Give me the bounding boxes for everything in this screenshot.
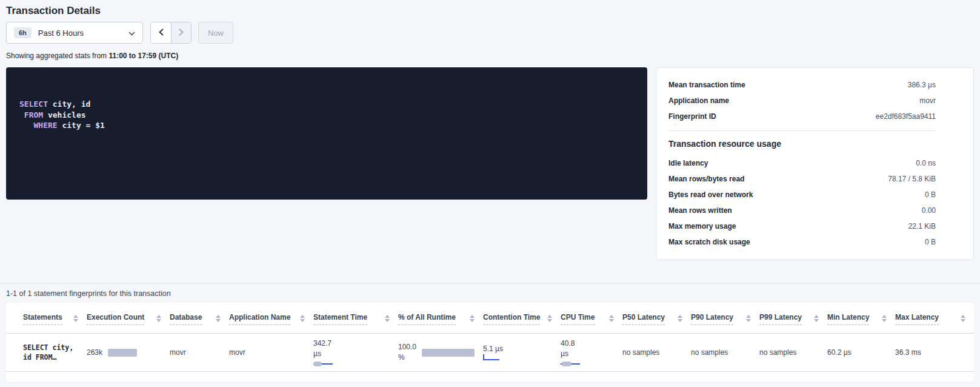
cell-max-latency: 36.3 ms (895, 334, 974, 372)
summary-row: Bytes read over network0 B (656, 187, 973, 203)
summary-row-value: 0.0 ns (916, 159, 936, 167)
pct-runtime-value: 100.0 (398, 342, 416, 352)
summary-row-label: Application name (668, 96, 729, 105)
sort-icon[interactable] (814, 315, 819, 322)
statements-table-header-row: StatementsExecution CountDatabaseApplica… (6, 303, 974, 334)
chevron-down-icon (128, 27, 135, 38)
next-time-button[interactable] (171, 22, 191, 43)
column-header-label: Max Latency (895, 313, 939, 325)
chevron-right-icon (179, 29, 184, 38)
column-header-label: Min Latency (827, 313, 869, 325)
sort-icon[interactable] (961, 315, 965, 322)
resource-rows: Idle latency0.0 nsMean rows/bytes read78… (656, 155, 973, 250)
column-header-label: Application Name (229, 313, 290, 325)
now-button[interactable]: Now (198, 22, 233, 44)
cell-execution-count: 263k (87, 334, 170, 372)
column-header-label: % of All Runtime (398, 313, 456, 325)
sort-icon[interactable] (547, 315, 552, 322)
time-range-badge: 6h (14, 27, 32, 38)
cpu-time-unit: µs (561, 349, 614, 359)
column-header-cpu-time[interactable]: CPU Time (561, 303, 622, 334)
cpu-time-bar (561, 362, 580, 366)
column-header-contention-time[interactable]: Contention Time (483, 303, 561, 334)
summary-row: Max scratch disk usage0 B (656, 234, 973, 250)
column-header-p99-latency[interactable]: P99 Latency (759, 303, 827, 334)
summary-row-value: ee2df683f5aa9411 (876, 112, 936, 121)
column-header-p90-latency[interactable]: P90 Latency (691, 303, 759, 334)
column-header-label: Contention Time (483, 313, 540, 325)
cell-p99-latency: no samples (759, 334, 827, 372)
summary-row-label: Bytes read over network (668, 190, 753, 199)
sort-icon[interactable] (73, 315, 78, 322)
contention-time-value: 5.1 µs (483, 345, 552, 353)
cell-p90-latency: no samples (691, 334, 759, 372)
summary-row-label: Max memory usage (668, 222, 736, 231)
sort-icon[interactable] (216, 315, 221, 322)
stats-caption-range: 11:00 to 17:59 (UTC) (108, 52, 178, 60)
sort-icon[interactable] (470, 315, 475, 322)
transaction-details-page: Transaction Details 6h Past 6 Hours (0, 0, 980, 387)
time-range-dropdown[interactable]: 6h Past 6 Hours (6, 22, 143, 44)
stats-caption-prefix: Showing aggregated stats from (6, 52, 107, 60)
pct-runtime-bar (422, 349, 475, 357)
sort-icon[interactable] (156, 315, 161, 322)
execution-count-bar (108, 349, 137, 357)
column-header-statements[interactable]: Statements (6, 303, 87, 334)
main-content: SELECT city, id FROM vehicles WHERE city… (6, 67, 974, 260)
summary-row-label: Idle latency (668, 159, 708, 167)
column-header-label: Execution Count (87, 313, 144, 325)
summary-row-label: Fingerprint ID (668, 112, 716, 121)
sort-icon[interactable] (882, 315, 887, 322)
chevron-left-icon (159, 29, 164, 38)
summary-row-value: 22.1 KiB (908, 222, 936, 231)
card-divider (668, 130, 936, 131)
section-divider (0, 283, 980, 283)
column-header-min-latency[interactable]: Min Latency (827, 303, 895, 334)
summary-row: Fingerprint IDee2df683f5aa9411 (656, 109, 973, 124)
aggregated-stats-caption: Showing aggregated stats from 11:00 to 1… (6, 52, 974, 60)
page-title: Transaction Details (6, 5, 974, 17)
summary-row-value: 386.3 µs (908, 81, 936, 89)
column-header-max-latency[interactable]: Max Latency (895, 303, 974, 334)
column-header-label: Statements (23, 313, 62, 325)
column-header-application-name[interactable]: Application Name (229, 303, 313, 334)
statements-table: StatementsExecution CountDatabaseApplica… (6, 303, 974, 372)
statement-time-bar (313, 362, 333, 366)
cpu-time-value: 40.8 (561, 338, 614, 349)
column-header-label: Statement Time (313, 313, 367, 325)
column-header-label: P90 Latency (691, 313, 733, 325)
column-header-database[interactable]: Database (170, 303, 229, 334)
resource-usage-heading: Transaction resource usage (656, 136, 973, 155)
cell-cpu-time: 40.8 µs (561, 334, 622, 372)
sort-icon[interactable] (609, 315, 614, 322)
column-header-statement-time[interactable]: Statement Time (313, 303, 398, 334)
summary-row-value: movr (919, 96, 936, 105)
time-nav-group (150, 22, 192, 44)
cell-application-name: movr (229, 334, 313, 372)
column-header-of-all-runtime[interactable]: % of All Runtime (398, 303, 483, 334)
summary-row-value: 78.17 / 5.8 KiB (888, 175, 936, 183)
sort-icon[interactable] (300, 315, 305, 322)
prev-time-button[interactable] (151, 22, 171, 43)
time-range-label: Past 6 Hours (38, 29, 128, 38)
statement-time-unit: µs (313, 349, 390, 359)
summary-row-value: 0 B (925, 190, 936, 199)
sort-icon[interactable] (678, 315, 682, 322)
column-header-label: P50 Latency (622, 313, 665, 325)
sql-statement-box: SELECT city, id FROM vehicles WHERE city… (6, 67, 647, 200)
summary-row: Mean rows/bytes read78.17 / 5.8 KiB (656, 171, 973, 187)
execution-count-value: 263k (87, 348, 102, 357)
statements-table-card: StatementsExecution CountDatabaseApplica… (6, 303, 974, 382)
summary-row: Idle latency0.0 ns (656, 155, 973, 171)
summary-row: Mean rows written0.00 (656, 203, 973, 218)
summary-row-value: 0 B (925, 238, 936, 246)
cell-min-latency: 60.2 µs (827, 334, 895, 372)
cell-statements[interactable]: SELECT city, id FROM… (6, 334, 87, 372)
summary-row-label: Mean rows written (668, 206, 732, 215)
column-header-p50-latency[interactable]: P50 Latency (622, 303, 691, 334)
statement-time-value: 342.7 (313, 338, 390, 349)
column-header-execution-count[interactable]: Execution Count (87, 303, 170, 334)
sort-icon[interactable] (385, 315, 390, 322)
sort-icon[interactable] (746, 315, 751, 322)
contention-time-bar (483, 355, 499, 361)
